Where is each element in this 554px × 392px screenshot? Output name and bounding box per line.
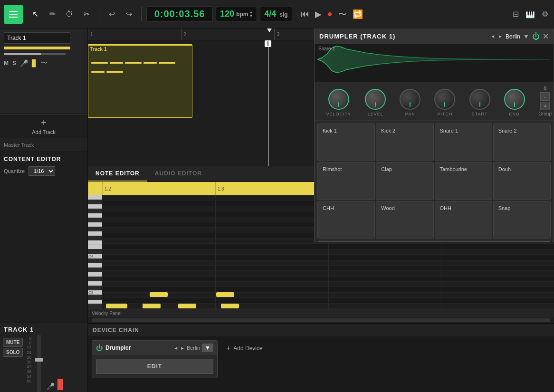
bpm-down-icon[interactable]: ▼ [249, 14, 253, 18]
play-button[interactable]: ▶ [313, 7, 324, 21]
pad-clap[interactable]: Clap [376, 162, 433, 200]
piano-key-ab3[interactable] [88, 277, 102, 282]
pad-rimshot[interactable]: Rimshot [317, 162, 375, 200]
pad-kick1[interactable]: Kick 1 [317, 124, 375, 161]
piano-key-e5[interactable] [88, 195, 102, 200]
track1-eq-icon[interactable]: ▊ [57, 379, 65, 390]
mic-icon[interactable]: 🎤 [20, 59, 28, 67]
pad-snap[interactable]: Snap [493, 201, 551, 239]
drumpler-preset-dropdown-button[interactable]: ▼ [523, 33, 529, 40]
volume-fader-track[interactable] [37, 335, 41, 392]
drumpler-close-icon[interactable]: ✕ [543, 32, 549, 41]
drumpler-prev-preset-icon[interactable]: ◄ [490, 34, 495, 39]
pointer-tool[interactable]: ↖ [28, 7, 43, 22]
track-clip[interactable]: Track 1 [88, 44, 192, 118]
mute-toggle[interactable]: M [4, 60, 9, 67]
eq-icon[interactable]: ▊ [32, 59, 37, 67]
piano-key-c4[interactable]: C4 [88, 254, 102, 259]
piano-key-c3[interactable]: C3 [88, 290, 102, 295]
device-preset-next-icon[interactable]: ► [180, 345, 185, 351]
add-track-area[interactable]: + Add Track [0, 114, 87, 138]
add-device-button[interactable]: + Add Device [222, 340, 267, 356]
piano-key-a4[interactable] [88, 222, 102, 227]
pad-douh[interactable]: Douh [493, 162, 551, 200]
piano-key-eb4[interactable] [88, 249, 102, 254]
piano-key-e4[interactable] [88, 245, 102, 250]
pad-snare1[interactable]: Snare 1 [435, 124, 492, 161]
automation-button[interactable]: 〜 [336, 7, 349, 22]
piano-key-a3[interactable] [88, 272, 102, 277]
time-signature[interactable]: 4/4 sig [260, 7, 292, 21]
track1-mic-icon[interactable]: 🎤 [47, 382, 55, 390]
pad-ohh[interactable]: OHH [435, 201, 492, 239]
piano-key-eb5[interactable] [88, 200, 102, 205]
pad-chh[interactable]: CHH [317, 201, 375, 239]
automation-curve-icon[interactable]: 〜 [41, 59, 48, 67]
note-block-6[interactable] [216, 292, 234, 297]
tab-note-editor[interactable]: NOTE EDITOR [88, 166, 147, 182]
note-block-3[interactable] [178, 304, 196, 308]
mixer-button[interactable]: ⊟ [511, 8, 521, 20]
pan-knob[interactable] [400, 89, 420, 110]
track-name-input[interactable] [4, 32, 70, 44]
piano-key-b4[interactable] [88, 218, 102, 223]
drumpler-next-preset-icon[interactable]: ► [498, 34, 503, 39]
scissors-tool[interactable]: ✂ [79, 7, 94, 22]
piano-key-d5[interactable] [88, 204, 102, 209]
device-preset-prev-icon[interactable]: ◄ [173, 345, 178, 351]
track1-solo-button[interactable]: SOLO [3, 348, 23, 357]
pad-wood[interactable]: Wood [376, 201, 433, 239]
pitch-knob[interactable] [434, 89, 455, 110]
note-block-5[interactable] [150, 292, 168, 297]
piano-key-gb4[interactable] [88, 236, 102, 241]
pad-snare2[interactable]: Snare 2 [493, 124, 551, 161]
piano-key-e3[interactable] [88, 304, 102, 309]
tab-audio-editor[interactable]: AUDIO EDITOR [147, 166, 210, 182]
note-block-4[interactable] [221, 304, 239, 308]
skip-back-button[interactable]: ⏮ [299, 7, 311, 21]
pad-kick2[interactable]: Kick 2 [376, 124, 433, 161]
clock-tool[interactable]: ⏱ [62, 7, 77, 22]
piano-key-bb3[interactable] [88, 268, 102, 273]
note-block-2[interactable] [143, 304, 161, 308]
note-block-1[interactable] [106, 304, 127, 308]
solo-toggle[interactable]: S [12, 60, 16, 67]
undo-button[interactable]: ↩ [104, 7, 119, 22]
pencil-tool[interactable]: ✏ [45, 7, 60, 22]
velocity-knob[interactable] [328, 89, 349, 110]
piano-key-c5[interactable] [88, 213, 102, 218]
start-knob[interactable] [469, 89, 490, 110]
device-dropdown-button[interactable]: ▼ [202, 344, 213, 352]
piano-key-db4[interactable] [88, 259, 102, 264]
track-volume-slider[interactable] [4, 53, 66, 55]
piano-key-d4[interactable] [88, 263, 102, 268]
end-knob[interactable] [504, 89, 525, 110]
redo-button[interactable]: ↪ [121, 7, 136, 22]
piano-key-ab4[interactable] [88, 227, 102, 232]
knob-minus-button[interactable]: - [540, 92, 550, 101]
time-display[interactable]: 0:00:03.56 [146, 6, 213, 22]
horizontal-scrollbar[interactable] [92, 318, 550, 322]
record-button[interactable]: ● [325, 7, 334, 21]
drumpler-power-icon[interactable]: ⏻ [532, 32, 540, 41]
settings-button[interactable]: ⚙ [540, 8, 550, 20]
bpm-display[interactable]: 120 bpm ▲ ▼ [216, 7, 257, 21]
piano-key-g3[interactable] [88, 281, 102, 286]
loop-button[interactable]: 🔁 [351, 7, 365, 21]
track1-mute-button[interactable]: MUTE [3, 338, 23, 347]
device-power-icon[interactable]: ⏻ [96, 344, 103, 352]
piano-key-f4[interactable] [88, 240, 102, 245]
volume-fader-handle[interactable] [35, 358, 43, 362]
knob-plus-button[interactable]: + [540, 102, 550, 110]
device-edit-button[interactable]: EDIT [96, 359, 213, 374]
instrument-button[interactable]: 🎹 [524, 8, 537, 20]
bpm-arrows[interactable]: ▲ ▼ [249, 10, 253, 18]
piano-key-g4[interactable] [88, 231, 102, 236]
piano-key-gb3[interactable] [88, 286, 102, 291]
piano-key-db5[interactable] [88, 209, 102, 214]
piano-key-f3[interactable] [88, 300, 102, 305]
pad-tambourine[interactable]: Tambourine [435, 162, 492, 200]
menu-button[interactable] [4, 5, 23, 24]
quantize-select[interactable]: 1/16 1/8 1/4 [29, 166, 55, 176]
level-knob[interactable] [365, 89, 386, 110]
